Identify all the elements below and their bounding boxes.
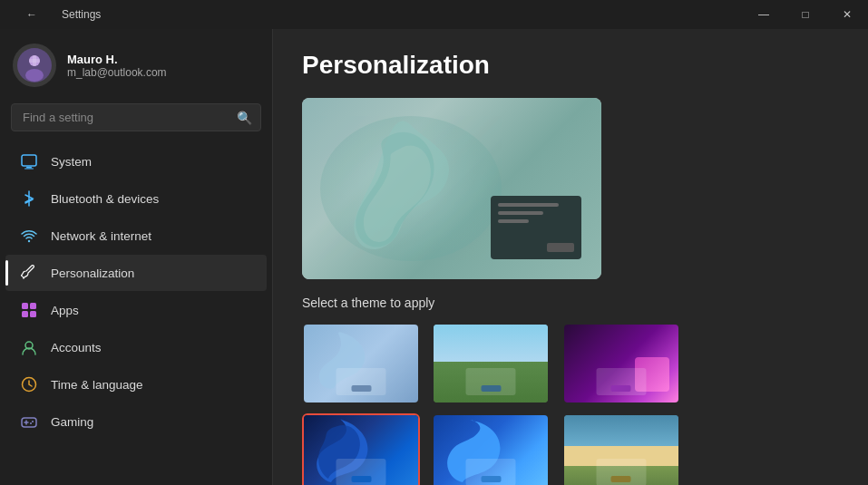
sidebar-item-network-label: Network & internet — [51, 229, 151, 243]
apps-icon — [20, 301, 38, 319]
mini-line-2 — [498, 211, 543, 215]
sidebar-item-bluetooth[interactable]: Bluetooth & devices — [5, 180, 267, 217]
theme-grid — [302, 323, 683, 485]
svg-rect-6 — [26, 167, 32, 169]
profile-info: Mauro H. m_lab@outlook.com — [67, 53, 167, 79]
sidebar-item-personalization-label: Personalization — [51, 267, 134, 280]
theme-5-mini-window — [466, 459, 516, 485]
svg-rect-9 — [22, 303, 28, 309]
sidebar-item-personalization[interactable]: Personalization — [5, 255, 267, 291]
sidebar-item-apps-label: Apps — [51, 304, 79, 317]
theme-card-1[interactable] — [302, 323, 420, 404]
search-icon: 🔍 — [237, 111, 252, 125]
minimize-button[interactable]: — — [743, 0, 785, 29]
mini-line-1 — [498, 203, 559, 207]
theme-3-mini-window — [596, 368, 646, 395]
sidebar-item-accounts-label: Accounts — [51, 341, 102, 354]
svg-point-17 — [30, 422, 32, 424]
theme-6-mini-button — [611, 476, 631, 482]
svg-rect-5 — [22, 155, 36, 166]
close-button[interactable]: ✕ — [826, 0, 868, 29]
svg-rect-7 — [24, 169, 34, 170]
content-area: Personalization — [273, 29, 868, 485]
theme-3-mini-button — [611, 385, 631, 392]
sidebar-item-accounts[interactable]: Accounts — [5, 329, 267, 365]
theme-1-mini-button — [351, 385, 371, 392]
mini-line-3 — [498, 219, 529, 223]
theme-4-mini-button — [351, 476, 371, 482]
avatar — [13, 44, 56, 87]
system-icon — [20, 152, 38, 170]
maximize-button[interactable]: □ — [785, 0, 826, 29]
mini-window-button — [547, 243, 574, 252]
preview-background — [302, 98, 601, 279]
theme-5-background — [434, 415, 548, 485]
sidebar-profile[interactable]: Mauro H. m_lab@outlook.com — [0, 29, 272, 100]
svg-point-2 — [25, 69, 44, 82]
theme-2-mini-button — [481, 385, 501, 392]
titlebar-controls: — □ ✕ — [743, 0, 868, 29]
sidebar: Mauro H. m_lab@outlook.com 🔍 System — [0, 29, 272, 485]
theme-preview — [302, 98, 601, 279]
titlebar: ← Settings — □ ✕ — [0, 0, 868, 29]
theme-3-background — [564, 325, 678, 403]
sidebar-item-system-label: System — [51, 155, 92, 169]
search-input[interactable] — [11, 103, 261, 131]
svg-point-16 — [32, 421, 34, 422]
svg-rect-10 — [30, 303, 36, 309]
theme-5-mini-button — [481, 476, 501, 482]
theme-6-mini-window — [596, 459, 646, 485]
theme-2-background — [434, 325, 548, 403]
profile-name: Mauro H. — [67, 53, 167, 66]
theme-card-6[interactable] — [562, 413, 680, 485]
accounts-icon — [20, 338, 38, 356]
brush-icon — [20, 264, 38, 282]
sidebar-nav: System Bluetooth & devices — [0, 139, 272, 485]
theme-2-mini-window — [466, 368, 516, 395]
titlebar-left: ← Settings — [11, 0, 101, 29]
theme-6-background — [564, 415, 678, 485]
sidebar-item-network[interactable]: Network & internet — [5, 218, 267, 254]
sidebar-item-gaming-label: Gaming — [51, 415, 93, 429]
theme-card-2[interactable] — [432, 323, 550, 404]
theme-card-5[interactable] — [432, 413, 550, 485]
sidebar-item-apps[interactable]: Apps — [5, 292, 267, 328]
titlebar-title: Settings — [62, 8, 101, 21]
sidebar-search-container: 🔍 — [11, 103, 261, 131]
svg-point-8 — [28, 240, 30, 242]
bluetooth-icon — [20, 189, 38, 208]
preview-mini-window — [491, 196, 581, 259]
gaming-icon — [20, 412, 38, 431]
network-icon — [20, 227, 38, 245]
theme-4-background — [304, 415, 418, 485]
theme-card-3[interactable] — [562, 323, 680, 404]
profile-email: m_lab@outlook.com — [67, 66, 167, 79]
theme-card-4[interactable] — [302, 413, 420, 485]
theme-1-mini-window — [336, 368, 386, 395]
app-body: Mauro H. m_lab@outlook.com 🔍 System — [0, 29, 868, 485]
theme-4-mini-window — [336, 459, 386, 485]
page-title: Personalization — [302, 51, 839, 80]
sidebar-item-bluetooth-label: Bluetooth & devices — [51, 192, 159, 206]
svg-rect-4 — [29, 59, 40, 63]
sidebar-item-time[interactable]: Time & language — [5, 366, 267, 403]
svg-rect-11 — [22, 311, 28, 317]
section-label: Select a theme to apply — [302, 296, 839, 310]
sidebar-item-time-label: Time & language — [51, 378, 143, 392]
sidebar-item-gaming[interactable]: Gaming — [5, 403, 267, 440]
svg-rect-12 — [30, 311, 36, 317]
swirl-decoration — [311, 107, 511, 270]
back-button[interactable]: ← — [11, 0, 53, 29]
theme-1-background — [304, 325, 418, 403]
sidebar-item-system[interactable]: System — [5, 143, 267, 179]
clock-icon — [20, 375, 38, 393]
